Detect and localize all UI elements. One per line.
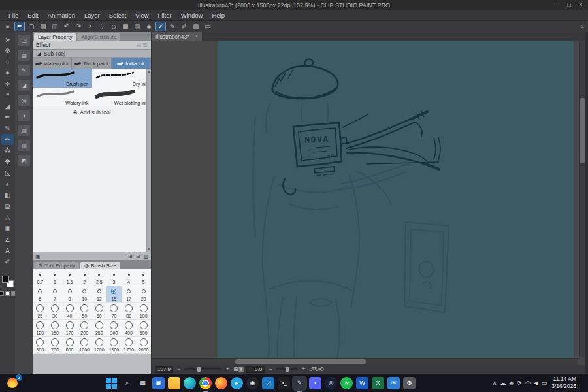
- save-file-icon[interactable]: ◫: [50, 22, 60, 31]
- brush-size-200[interactable]: 200: [77, 320, 92, 337]
- sub-tool-tab-india-ink[interactable]: India ink: [112, 58, 151, 69]
- dock-layer-icon[interactable]: ▧: [18, 125, 30, 136]
- brush-size-2.5[interactable]: 2.5: [92, 269, 107, 286]
- onedrive-icon[interactable]: ☁: [500, 380, 506, 386]
- show-grid-icon[interactable]: ▥: [132, 22, 142, 31]
- add-sub-tool-button[interactable]: ⊕ Add sub tool: [33, 106, 151, 118]
- rotation-value[interactable]: 0.0: [246, 366, 265, 373]
- text-tool[interactable]: A: [1, 245, 14, 256]
- redo-icon[interactable]: ↷: [73, 22, 84, 31]
- effect-mode-icons[interactable]: ▤ ▥: [137, 42, 148, 48]
- obs-studio[interactable]: ◉: [246, 377, 259, 389]
- sub-tool-item-dry-ink[interactable]: Dry ink: [92, 69, 152, 88]
- tab-brush-size[interactable]: ◎Brush Size: [80, 262, 120, 269]
- canvas-horizontal-scrollbar[interactable]: [152, 358, 578, 365]
- brush-size-700[interactable]: 700: [48, 337, 63, 354]
- brush-size-5[interactable]: 5: [136, 269, 151, 286]
- brush-size-1[interactable]: 1: [48, 269, 63, 286]
- tab-tool-property[interactable]: ⚙Tool Property: [34, 262, 79, 269]
- foreground-color-swatch[interactable]: [2, 276, 9, 283]
- line-correction-tool[interactable]: ✐: [1, 256, 14, 267]
- dock-brush-size-icon[interactable]: ◎: [18, 95, 30, 106]
- brush-size-6[interactable]: 6: [33, 286, 48, 303]
- volume-icon[interactable]: ◀: [534, 380, 538, 386]
- brush-size-2[interactable]: 2: [77, 269, 92, 286]
- zoom-value[interactable]: 107.9: [155, 366, 173, 373]
- update-icon[interactable]: ⟳: [517, 380, 522, 386]
- clip-studio-paint[interactable]: ✎: [293, 377, 306, 389]
- sub-tool-item-wet-blotting-ink[interactable]: Wet blotting ink: [92, 88, 152, 106]
- toolbar-overflow-icon[interactable]: «: [580, 23, 585, 30]
- zoom-out-button[interactable]: −: [176, 366, 182, 372]
- snap-to-grid-icon[interactable]: ▦: [120, 22, 131, 31]
- sub-tool-tab-watercolor[interactable]: Watercolor: [33, 58, 72, 69]
- brush-size-120[interactable]: 120: [33, 320, 48, 337]
- fill-tool[interactable]: ◧: [1, 189, 14, 201]
- close-button[interactable]: ×: [575, 0, 587, 10]
- brush-size-1700[interactable]: 1700: [122, 337, 137, 354]
- brush-size-30[interactable]: 30: [48, 303, 63, 320]
- brush-size-170[interactable]: 170: [62, 320, 77, 337]
- brush-size-60[interactable]: 60: [92, 303, 107, 320]
- delete-icon[interactable]: ×: [85, 22, 95, 31]
- start-button[interactable]: [105, 377, 118, 389]
- dock-history-icon[interactable]: ◩: [18, 155, 30, 166]
- new-subtool-button[interactable]: ⊞: [128, 253, 133, 259]
- sub-tool-scrollbar[interactable]: ▲ ▼: [146, 69, 151, 252]
- scroll-down-icon[interactable]: ▼: [148, 247, 151, 251]
- sub-tool-item-brush-pen[interactable]: Brush pen: [33, 69, 92, 88]
- dock-tool-property-icon[interactable]: ◪: [18, 80, 30, 91]
- delete-subtool-button[interactable]: ▥: [143, 253, 148, 259]
- tab-layer-property[interactable]: Layer Property: [34, 33, 76, 41]
- scroll-up-icon[interactable]: ▲: [148, 69, 151, 73]
- actual-pixels-button[interactable]: ▣: [238, 366, 244, 372]
- menu-layer[interactable]: Layer: [80, 10, 105, 21]
- snap-to-ruler-icon[interactable]: #: [97, 22, 107, 31]
- pen-tool[interactable]: ✒: [1, 112, 14, 123]
- brush-size-7[interactable]: 7: [48, 286, 63, 303]
- blend-tool[interactable]: ◐: [1, 178, 14, 189]
- swatch-black[interactable]: [0, 291, 4, 296]
- menu-select[interactable]: Select: [105, 10, 131, 21]
- vector-snap-icon[interactable]: ✐: [179, 22, 189, 31]
- zoom-slider-knob[interactable]: [197, 367, 201, 372]
- auto-select-tool[interactable]: ✶: [1, 67, 14, 78]
- dock-quick-access-icon[interactable]: ◰: [18, 35, 30, 46]
- sub-tool-tab-thick-paint[interactable]: Thick paint: [72, 58, 111, 69]
- brush-size-4[interactable]: 4: [122, 269, 137, 286]
- sub-tool-item-watery-ink[interactable]: Watery ink: [33, 88, 92, 106]
- brush-size-25[interactable]: 25: [33, 303, 48, 320]
- brush-size-3[interactable]: 3: [106, 269, 122, 286]
- workspace-panel-icon[interactable]: ▭: [203, 22, 213, 31]
- ruler-tool[interactable]: ∠: [1, 234, 14, 245]
- brush-size-70[interactable]: 70: [106, 303, 122, 320]
- telegram-app[interactable]: ▸: [231, 377, 243, 389]
- excel-app[interactable]: X: [372, 377, 384, 389]
- brush-size-0.7[interactable]: 0.7: [33, 269, 48, 286]
- vertical-scroll-thumb[interactable]: [580, 98, 585, 163]
- figure-tool[interactable]: △: [1, 212, 14, 223]
- main-menu-icon[interactable]: ≡: [3, 22, 13, 31]
- balloon-tool[interactable]: ❝: [1, 90, 14, 101]
- spotify-app[interactable]: ≋: [340, 377, 353, 389]
- brush-size-1200[interactable]: 1200: [92, 337, 107, 354]
- swatch-white[interactable]: [5, 291, 10, 296]
- collapsed-palette-edge[interactable]: [585, 32, 588, 374]
- wifi-icon[interactable]: ◠: [525, 380, 531, 386]
- dock-navigator-icon[interactable]: ▥: [18, 140, 30, 151]
- firefox-browser[interactable]: [215, 377, 227, 389]
- steam-app[interactable]: ◎: [325, 377, 337, 389]
- brush-size-80[interactable]: 80: [122, 303, 137, 320]
- security-icon[interactable]: ◈: [509, 380, 514, 386]
- brush-size-1500[interactable]: 1500: [106, 337, 122, 354]
- brush-size-10[interactable]: 10: [77, 286, 92, 303]
- brush-size-12[interactable]: 12: [92, 286, 107, 303]
- dock-sub-tool-icon[interactable]: ✎: [18, 65, 30, 76]
- brush-size-20[interactable]: 20: [136, 286, 151, 303]
- dock-color-wheel-icon[interactable]: ◑: [18, 110, 30, 121]
- settings-app[interactable]: ⚙: [403, 377, 416, 389]
- undo-icon[interactable]: ↶: [61, 22, 72, 31]
- rotate-left-button[interactable]: ↺: [309, 366, 314, 372]
- rotate-ccw-button[interactable]: −: [267, 366, 273, 372]
- fit-to-screen-button[interactable]: ⊞: [233, 366, 238, 372]
